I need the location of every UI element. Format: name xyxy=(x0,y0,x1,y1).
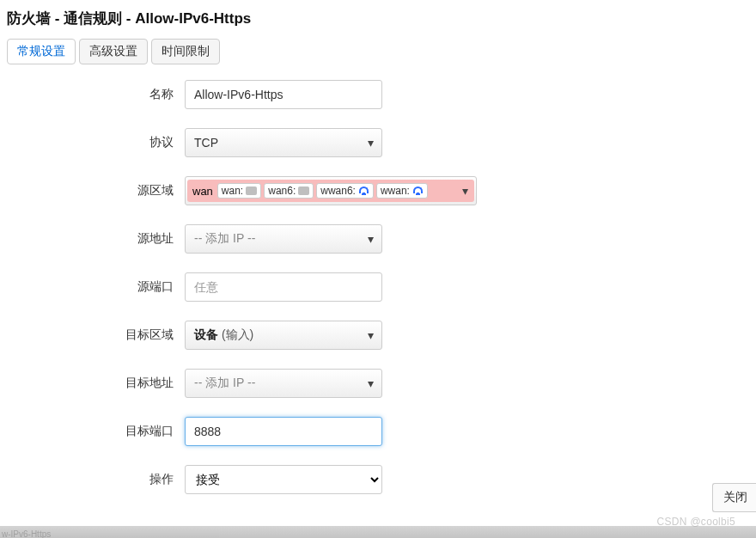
iface-wwan: wwan: xyxy=(376,183,428,199)
tabs: 常规设置 高级设置 时间限制 xyxy=(0,39,756,64)
page-title: 防火墙 - 通信规则 - Allow-IPv6-Https xyxy=(0,0,756,34)
src-addr-placeholder: -- 添加 IP -- xyxy=(194,231,255,247)
firewall-zone-badge: wan wan: wan6: wwan6: wwan: xyxy=(187,180,474,202)
dst-zone-label: 目标区域 xyxy=(0,327,185,343)
src-addr-label: 源地址 xyxy=(0,231,185,247)
src-port-label: 源端口 xyxy=(0,279,185,295)
chevron-down-icon: ▾ xyxy=(368,376,374,390)
name-input[interactable] xyxy=(185,80,382,109)
dst-zone-value: 设备 (输入) xyxy=(194,327,253,343)
protocol-value: TCP xyxy=(194,136,218,150)
dst-addr-placeholder: -- 添加 IP -- xyxy=(194,376,255,391)
action-select[interactable]: 接受 xyxy=(185,465,382,494)
dst-addr-label: 目标地址 xyxy=(0,376,185,391)
tab-time[interactable]: 时间限制 xyxy=(151,39,220,64)
close-button[interactable]: 关闭 xyxy=(712,483,756,512)
tab-general[interactable]: 常规设置 xyxy=(7,39,76,64)
protocol-label: 协议 xyxy=(0,135,185,150)
iface-wan6: wan6: xyxy=(264,183,314,199)
ethernet-icon xyxy=(246,186,257,195)
dst-addr-select[interactable]: -- 添加 IP -- ▾ xyxy=(185,369,382,398)
zone-name: wan xyxy=(192,185,215,198)
wifi-icon xyxy=(358,186,369,195)
iface-wan: wan: xyxy=(217,183,261,199)
chevron-down-icon: ▾ xyxy=(368,328,374,342)
name-label: 名称 xyxy=(0,87,185,102)
chevron-down-icon: ▾ xyxy=(368,232,374,246)
action-label: 操作 xyxy=(0,472,185,487)
iface-wwan6: wwan6: xyxy=(316,183,374,199)
bottom-strip: w-IPv6-Https xyxy=(0,526,756,538)
dst-port-input[interactable] xyxy=(185,417,382,446)
wifi-icon xyxy=(412,186,424,195)
protocol-select[interactable]: TCP ▾ xyxy=(185,128,382,157)
dst-zone-select[interactable]: 设备 (输入) ▾ xyxy=(185,321,382,350)
dst-port-label: 目标端口 xyxy=(0,424,185,439)
tab-advanced[interactable]: 高级设置 xyxy=(79,39,148,64)
chevron-down-icon: ▾ xyxy=(368,136,374,150)
src-zone-label: 源区域 xyxy=(0,183,185,199)
src-port-input[interactable] xyxy=(185,272,382,302)
src-addr-select[interactable]: -- 添加 IP -- ▾ xyxy=(185,224,382,254)
src-zone-select[interactable]: wan wan: wan6: wwan6: wwan: ▾ xyxy=(185,176,477,205)
ethernet-icon xyxy=(298,186,309,195)
